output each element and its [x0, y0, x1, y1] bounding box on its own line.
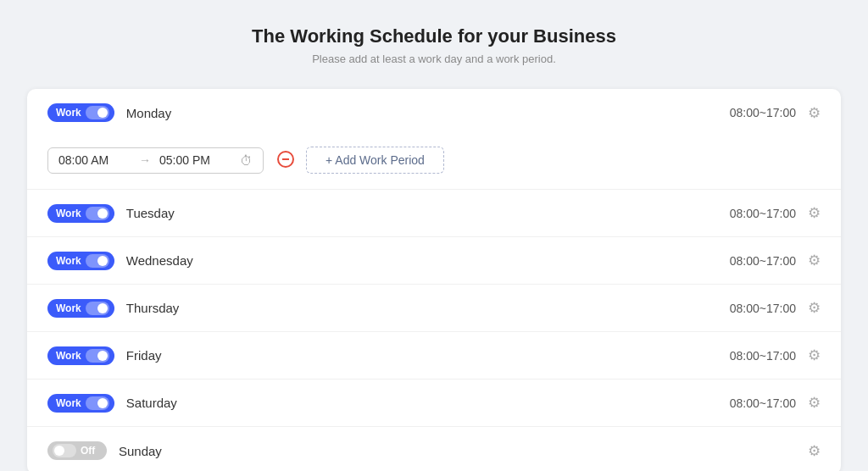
work-toggle-label-wednesday: Work — [56, 255, 81, 267]
work-toggle-label-friday: Work — [56, 350, 81, 362]
day-hours-thursday: 08:00~17:00 — [730, 302, 796, 315]
settings-icon-friday[interactable]: ⚙ — [808, 346, 821, 364]
settings-icon-monday[interactable]: ⚙ — [808, 104, 821, 122]
toggle-track-thursday — [86, 302, 109, 315]
arrow-icon-monday: → — [139, 153, 151, 167]
day-row-monday: Work Monday 08:00~17:00 ⚙ → ⏱ + Add Work — [27, 89, 841, 190]
day-name-wednesday: Wednesday — [126, 253, 730, 268]
toggle-circle-wednesday — [97, 256, 108, 266]
work-toggle-label-monday: Work — [56, 107, 81, 119]
day-row-friday: Work Friday 08:00~17:00 ⚙ — [27, 332, 841, 380]
settings-icon-saturday[interactable]: ⚙ — [808, 394, 821, 412]
work-toggle-thursday[interactable]: Work — [47, 299, 114, 318]
end-time-input-monday[interactable] — [159, 153, 231, 167]
day-hours-wednesday: 08:00~17:00 — [730, 254, 796, 268]
day-name-tuesday: Tuesday — [126, 206, 730, 220]
day-row-wednesday: Work Wednesday 08:00~17:00 ⚙ — [27, 237, 841, 285]
day-row-thursday: Work Thursday 08:00~17:00 ⚙ — [27, 285, 841, 332]
expanded-body-monday: → ⏱ + Add Work Period — [27, 136, 841, 189]
page-subtitle: Please add at least a work day and a wor… — [312, 53, 556, 65]
day-hours-saturday: 08:00~17:00 — [730, 396, 796, 410]
toggle-track-saturday — [86, 396, 109, 410]
work-toggle-wednesday[interactable]: Work — [47, 252, 114, 270]
toggle-track-sunday — [53, 444, 76, 457]
day-hours-monday: 08:00~17:00 — [730, 106, 796, 119]
time-range-monday: → ⏱ — [47, 147, 264, 174]
work-toggle-label-tuesday: Work — [56, 208, 81, 219]
settings-icon-thursday[interactable]: ⚙ — [808, 299, 821, 317]
toggle-circle-friday — [97, 351, 108, 361]
work-toggle-label-thursday: Work — [56, 302, 81, 314]
page-wrapper: The Working Schedule for your Business P… — [0, 0, 868, 471]
work-toggle-monday[interactable]: Work — [47, 103, 114, 122]
settings-icon-sunday[interactable]: ⚙ — [808, 442, 821, 460]
day-name-thursday: Thursday — [126, 301, 730, 315]
work-toggle-tuesday[interactable]: Work — [47, 204, 114, 223]
toggle-circle-sunday — [54, 446, 64, 456]
toggle-circle-tuesday — [97, 208, 108, 219]
day-row-saturday: Work Saturday 08:00~17:00 ⚙ — [27, 380, 841, 427]
schedule-card: Work Monday 08:00~17:00 ⚙ → ⏱ + Add Work — [27, 89, 841, 471]
day-hours-tuesday: 08:00~17:00 — [730, 207, 796, 220]
day-row-sunday: Off Sunday ⚙ — [27, 427, 841, 471]
start-time-input-monday[interactable] — [58, 153, 131, 167]
add-work-period-btn-monday[interactable]: + Add Work Period — [306, 147, 444, 174]
settings-icon-tuesday[interactable]: ⚙ — [808, 204, 821, 222]
day-name-friday: Friday — [126, 348, 730, 363]
toggle-circle-monday — [97, 108, 108, 118]
day-hours-friday: 08:00~17:00 — [730, 349, 796, 363]
work-toggle-label-saturday: Work — [56, 397, 81, 409]
toggle-track-monday — [86, 106, 109, 119]
page-title: The Working Schedule for your Business — [252, 25, 616, 47]
day-row-tuesday: Work Tuesday 08:00~17:00 ⚙ — [27, 190, 841, 237]
settings-icon-wednesday[interactable]: ⚙ — [808, 252, 821, 269]
off-toggle-sunday[interactable]: Off — [47, 441, 107, 460]
toggle-track-wednesday — [86, 254, 109, 268]
toggle-track-friday — [86, 349, 109, 363]
work-toggle-friday[interactable]: Work — [47, 346, 114, 365]
day-row-main-monday: Work Monday 08:00~17:00 ⚙ — [27, 89, 841, 136]
toggle-track-tuesday — [86, 207, 109, 220]
toggle-circle-thursday — [97, 303, 108, 313]
remove-period-btn-monday[interactable] — [277, 151, 294, 170]
clock-icon-monday: ⏱ — [240, 153, 253, 168]
day-name-saturday: Saturday — [126, 396, 730, 410]
work-toggle-saturday[interactable]: Work — [47, 394, 114, 413]
toggle-circle-saturday — [97, 398, 108, 408]
off-toggle-label-sunday: Off — [81, 445, 95, 457]
day-name-monday: Monday — [126, 106, 730, 120]
day-name-sunday: Sunday — [119, 444, 796, 458]
